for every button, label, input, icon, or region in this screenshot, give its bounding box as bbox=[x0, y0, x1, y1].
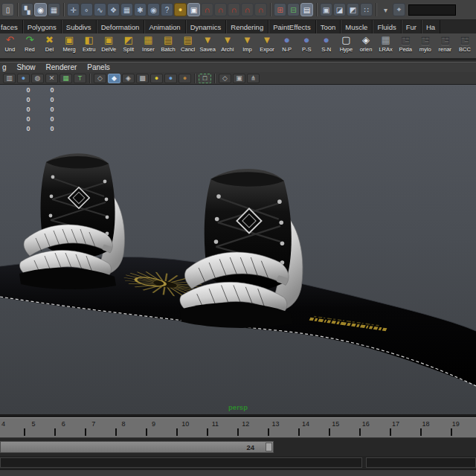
menu-show[interactable]: Show bbox=[17, 63, 36, 71]
shelf-button-mylo[interactable]: ◳mylo bbox=[415, 33, 435, 53]
render-settings-icon[interactable]: ∷ bbox=[360, 3, 373, 16]
snap-point-icon[interactable]: ∩ bbox=[228, 3, 240, 16]
range-handle[interactable] bbox=[266, 443, 272, 451]
snap-grid-icon[interactable]: ∩ bbox=[201, 3, 213, 16]
select-hierarchy-icon[interactable]: ▚ bbox=[21, 3, 33, 16]
tab-surfaces[interactable]: faces bbox=[0, 20, 23, 33]
mask-curves-icon[interactable]: ∿ bbox=[94, 3, 106, 16]
file-new-icon[interactable]: ▯ bbox=[1, 3, 14, 16]
tab-hair[interactable]: Ha bbox=[422, 20, 440, 33]
graph-connections-icon[interactable]: ⋔ bbox=[247, 74, 260, 83]
lock-icon[interactable]: ● bbox=[174, 3, 187, 16]
right-boot-binding[interactable] bbox=[179, 169, 303, 328]
mask-rendering-icon[interactable]: ◉ bbox=[147, 3, 160, 16]
shelf-button-savea[interactable]: ▼Savea bbox=[198, 33, 218, 53]
shelf-button-bcc[interactable]: ◳BCC bbox=[455, 33, 475, 53]
safe-title-icon[interactable]: T bbox=[74, 74, 86, 83]
mask-points-icon[interactable]: ✛ bbox=[67, 3, 80, 16]
resolution-gate-icon[interactable]: ● bbox=[17, 74, 30, 83]
shelf-button-sn[interactable]: ●S-N bbox=[317, 33, 337, 53]
checker-icon[interactable]: ▩ bbox=[136, 74, 149, 83]
shelf-button-delete-vertex[interactable]: ▣DelVe bbox=[99, 33, 119, 53]
shelf-button-import[interactable]: ▼Imp bbox=[237, 33, 257, 53]
separator[interactable] bbox=[268, 1, 273, 18]
select-cursor-icon[interactable]: □ bbox=[199, 74, 211, 83]
wireframe-icon[interactable]: ◇ bbox=[94, 74, 106, 83]
textured-icon[interactable]: ◈ bbox=[122, 74, 135, 83]
shelf-button-undo[interactable]: ↶Und bbox=[0, 33, 20, 53]
tab-muscle[interactable]: Muscle bbox=[341, 20, 373, 33]
shelf-button-np[interactable]: ●N-P bbox=[277, 33, 297, 53]
quick-select-field[interactable] bbox=[408, 4, 456, 16]
shelf-button-pedal[interactable]: ◳Peda bbox=[396, 33, 416, 53]
shelf-button-cancel[interactable]: ▤Cancl bbox=[178, 33, 198, 53]
shadows-icon[interactable]: ● bbox=[178, 74, 191, 83]
menu-panels[interactable]: Panels bbox=[87, 63, 110, 71]
separator[interactable] bbox=[61, 1, 66, 18]
shelf-button-orient[interactable]: ◈orien bbox=[356, 33, 376, 53]
snap-live-icon[interactable]: ∩ bbox=[254, 3, 267, 16]
separator[interactable] bbox=[15, 1, 20, 18]
command-line-input[interactable] bbox=[0, 457, 362, 468]
all-lights-icon[interactable]: ● bbox=[164, 74, 177, 83]
field-chart-icon[interactable]: ✕ bbox=[45, 74, 58, 83]
menu-renderer[interactable]: Renderer bbox=[46, 63, 77, 71]
separator[interactable] bbox=[314, 1, 319, 18]
tab-fluids[interactable]: Fluids bbox=[373, 20, 401, 33]
shelf-button-redo[interactable]: ↷Red bbox=[20, 33, 40, 53]
tab-rendering[interactable]: Rendering bbox=[226, 20, 268, 33]
shelf-button-split[interactable]: ◩Split bbox=[119, 33, 139, 53]
mask-dynamics-icon[interactable]: ✱ bbox=[134, 3, 147, 16]
tab-polygons[interactable]: Polygons bbox=[23, 20, 62, 33]
dropdown-chevron-icon[interactable]: ▾ bbox=[379, 3, 392, 16]
shelf-button-export[interactable]: ▼Expor bbox=[257, 33, 277, 53]
mask-misc-icon[interactable]: ? bbox=[161, 3, 173, 16]
tab-deformation[interactable]: Deformation bbox=[97, 20, 145, 33]
shelf-button-delete[interactable]: ✖Del bbox=[39, 33, 60, 53]
default-light-icon[interactable]: ● bbox=[150, 74, 163, 83]
shelf-button-ps[interactable]: ●P-S bbox=[297, 33, 317, 53]
menu-lighting[interactable]: g bbox=[2, 63, 7, 71]
tab-subdivs[interactable]: Subdivs bbox=[62, 20, 97, 33]
left-boot-binding[interactable] bbox=[19, 153, 125, 289]
viewport-persp[interactable]: 00 00 00 00 00 persp bbox=[0, 85, 476, 414]
render-view-icon[interactable]: ▣ bbox=[320, 3, 332, 16]
ipr-render-icon[interactable]: ◩ bbox=[347, 3, 359, 16]
shelf-button-lra[interactable]: ▦LRAx bbox=[376, 33, 396, 53]
shelf-button-merge[interactable]: ▣Merg bbox=[60, 33, 80, 53]
shelf-button-archive[interactable]: ▼Archi bbox=[218, 33, 238, 53]
input-connections-icon[interactable]: ⊞ bbox=[274, 3, 286, 16]
separator[interactable] bbox=[373, 1, 379, 18]
render-frame-icon[interactable]: ◪ bbox=[333, 3, 346, 16]
mask-deformations-icon[interactable]: ▦ bbox=[120, 3, 133, 16]
shelf-button-hypershade[interactable]: ▢Hype bbox=[336, 33, 356, 53]
shelf-button-insert[interactable]: ▦Inser bbox=[138, 33, 158, 53]
playback-range-bar[interactable]: 24 bbox=[0, 441, 274, 453]
time-slider[interactable]: 4 5 6 7 8 9 10 11 12 13 14 15 16 17 18 1… bbox=[0, 417, 476, 438]
tab-animation[interactable]: Animation bbox=[144, 20, 185, 33]
frame-selection-icon[interactable]: ▣ bbox=[233, 74, 245, 83]
tab-fur[interactable]: Fur bbox=[402, 20, 422, 33]
tab-toon[interactable]: Toon bbox=[316, 20, 341, 33]
mask-handles-icon[interactable]: ∘ bbox=[80, 3, 93, 16]
select-component-icon[interactable]: ▦ bbox=[48, 3, 60, 16]
snap-plane-icon[interactable]: ∩ bbox=[241, 3, 254, 16]
command-line-result[interactable] bbox=[366, 457, 476, 468]
shelf-button-rename[interactable]: ◳renar bbox=[435, 33, 455, 53]
gate-mask-icon[interactable]: ◍ bbox=[31, 74, 44, 83]
isolate-select-icon[interactable]: ◇ bbox=[219, 74, 231, 83]
snap-curve-icon[interactable]: ∩ bbox=[214, 3, 227, 16]
history-icon[interactable]: ▤ bbox=[300, 3, 313, 16]
tab-dynamics[interactable]: Dynamics bbox=[186, 20, 227, 33]
quick-select-icon[interactable]: ⌖ bbox=[393, 3, 405, 16]
film-gate-icon[interactable]: ▥ bbox=[3, 74, 16, 83]
shelf-button-extrude[interactable]: ◧Extru bbox=[79, 33, 99, 53]
highlight-mode-icon[interactable]: ▣ bbox=[187, 3, 200, 16]
safe-action-icon[interactable]: ▦ bbox=[60, 74, 72, 83]
shelf-button-batch[interactable]: ▤Batch bbox=[158, 33, 178, 53]
output-connections-icon[interactable]: ⊟ bbox=[287, 3, 300, 16]
tab-painteffects[interactable]: PaintEffects bbox=[268, 20, 316, 33]
shaded-icon[interactable]: ◆ bbox=[108, 74, 120, 83]
select-object-icon[interactable]: ◉ bbox=[34, 3, 47, 16]
mask-surfaces-icon[interactable]: ❖ bbox=[107, 3, 120, 16]
